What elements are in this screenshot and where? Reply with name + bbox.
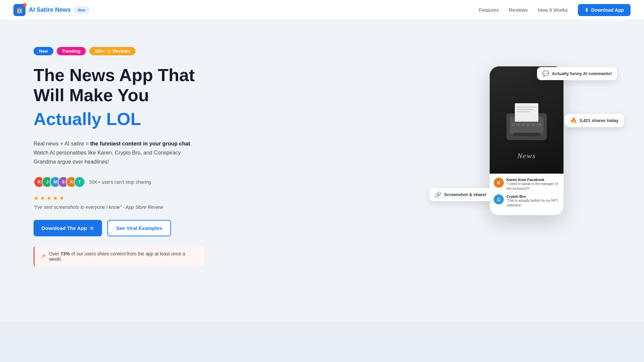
comment-row-crypto: C Crypto Bro "This is actually bullish f… [494, 194, 559, 208]
star-5: ★ [59, 194, 64, 202]
nav-how-it-works[interactable]: How It Works [538, 7, 568, 13]
share-stat-text: Over 73% of our users share content from… [49, 251, 199, 262]
svg-rect-7 [517, 123, 520, 126]
nav-download-button[interactable]: ⬇ Download App [578, 4, 631, 16]
typewriter-svg [500, 93, 553, 147]
svg-rect-5 [517, 111, 530, 112]
avatar-stack: K J M S A T [34, 176, 85, 188]
star-3: ★ [46, 194, 52, 202]
top-bar: 🤖 1 AI Satire News New Features Reviews … [0, 0, 644, 20]
review-quote: "I've sent screenshots to everyone I kno… [34, 204, 205, 210]
bottom-section [0, 322, 644, 362]
hero-description: Real news + AI satire = the funniest con… [34, 139, 201, 167]
logo-icon: 🤖 1 [13, 4, 25, 16]
comment-row-karen: K Karen from Facebook "I need to speak t… [494, 178, 559, 191]
float-card-screenshot: 🔗 Screenshot & share! [429, 188, 492, 201]
crypto-name: Crypto Bro [506, 194, 559, 198]
crypto-avatar: C [494, 194, 504, 204]
karen-text: "I need to speak to the manager of this … [506, 182, 559, 191]
svg-rect-2 [515, 103, 538, 122]
stars-review: ★ ★ ★ ★ ★ "I've sent screenshots to ever… [34, 194, 205, 210]
phone-screen-top: News [490, 66, 564, 174]
float-card-shares: 🔥 3,421 shares today [565, 114, 624, 127]
float-card-ai-comments: 💬 Actually funny AI comments! [537, 67, 617, 80]
fire-icon: 🔥 [570, 117, 577, 124]
typewriter-area: News [490, 66, 564, 174]
users-count-text: 50K+ users can't stop sharing [89, 179, 151, 185]
share-icon: ↗ [41, 253, 46, 260]
phone-mockup: News K Karen from Facebook "I need to sp… [490, 66, 564, 215]
download-icon: ⬇ [585, 7, 589, 13]
stars-line: ★ ★ ★ ★ ★ [34, 194, 205, 202]
logo-text: AI Satire News [29, 6, 71, 13]
nav-features[interactable]: Features [479, 7, 499, 13]
avatar-6: T [74, 176, 85, 188]
svg-rect-6 [512, 123, 515, 126]
tag-new: New [34, 47, 53, 55]
download-app-button[interactable]: Download The App ☆ [34, 220, 102, 236]
star-4: ★ [53, 194, 58, 202]
karen-avatar: K [494, 178, 504, 188]
tag-row: New Trending 10K+ ⭐ Reviews [34, 47, 205, 55]
screenshot-icon: 🔗 [435, 191, 441, 198]
svg-rect-3 [517, 107, 537, 108]
news-label: News [517, 152, 536, 160]
svg-rect-11 [537, 123, 542, 126]
svg-rect-9 [527, 123, 530, 126]
tag-trending: Trending [57, 47, 86, 55]
crypto-comment: Crypto Bro "This is actually bullish for… [506, 194, 559, 208]
cta-row: Download The App ☆ See Viral Examples [34, 220, 205, 236]
viral-examples-button[interactable]: See Viral Examples [107, 220, 171, 236]
karen-comment: Karen from Facebook "I need to speak to … [506, 178, 559, 191]
main-section: New Trending 10K+ ⭐ Reviews The News App… [0, 20, 644, 322]
logo-area: 🤖 1 AI Satire News New [13, 4, 89, 16]
nav-reviews[interactable]: Reviews [509, 7, 528, 13]
svg-rect-8 [522, 123, 525, 126]
crypto-text: "This is actually bullish for my NFT col… [506, 198, 559, 208]
logo-text-ai: AI Satire [29, 6, 53, 13]
star-btn-icon: ☆ [90, 225, 94, 231]
hero-title-blue: Actually LOL [34, 109, 205, 129]
star-1: ★ [34, 194, 39, 202]
hero-title: The News App That Will Make You [34, 65, 205, 106]
svg-rect-10 [532, 123, 535, 126]
star-2: ★ [40, 194, 45, 202]
robot-icon: 🤖 [16, 6, 23, 14]
karen-name: Karen from Facebook [506, 178, 559, 182]
phone-bottom: K Karen from Facebook "I need to speak t… [490, 174, 564, 215]
nav-area: Features Reviews How It Works ⬇ Download… [479, 4, 631, 16]
svg-rect-12 [513, 133, 540, 136]
avatars-row: K J M S A T 50K+ users can't stop sharin… [34, 176, 205, 188]
chat-icon: 💬 [542, 70, 549, 77]
share-banner: ↗ Over 73% of our users share content fr… [34, 246, 205, 266]
right-column: 💬 Actually funny AI comments! 🔥 3,421 sh… [443, 40, 610, 241]
tag-reviews: 10K+ ⭐ Reviews [89, 47, 136, 55]
svg-rect-4 [517, 109, 533, 110]
left-column: New Trending 10K+ ⭐ Reviews The News App… [34, 40, 205, 266]
notification-dot: 1 [22, 3, 26, 7]
header-new-badge: New [74, 7, 89, 13]
